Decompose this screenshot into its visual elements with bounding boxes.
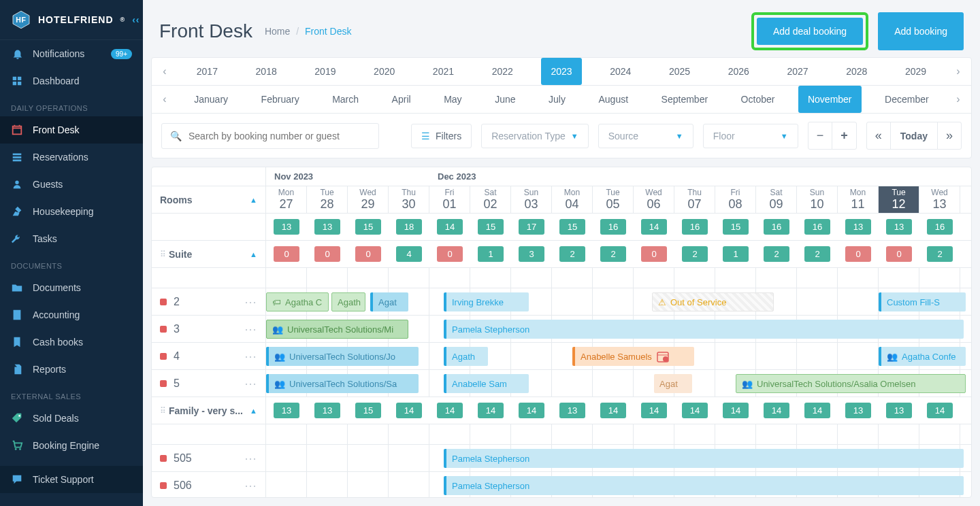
room-lane-4[interactable]: 👥UniversalTech Solutions/JoAgathAnabelle…: [266, 343, 971, 370]
room-lane-505[interactable]: Pamela Stepherson: [266, 445, 971, 472]
day-header-29[interactable]: Wed29: [348, 186, 389, 213]
booking-bar[interactable]: Agat: [654, 374, 692, 393]
year-2028[interactable]: 2028: [836, 58, 877, 85]
sidebar-item-notifications[interactable]: Notifications99+: [0, 40, 143, 67]
day-header-01[interactable]: Fri01: [429, 186, 470, 213]
room-506[interactable]: 506⋯: [152, 472, 266, 497]
year-prev-icon[interactable]: ‹: [152, 65, 178, 78]
booking-bar[interactable]: Anabelle Sam: [444, 374, 529, 393]
year-2029[interactable]: 2029: [896, 58, 936, 85]
booking-bar[interactable]: 👥UniversalTech Solutions/Asalia Omelsen: [736, 374, 966, 393]
day-header-02[interactable]: Sat02: [470, 186, 511, 213]
booking-bar[interactable]: 👥UniversalTech Solutions/Mi: [266, 320, 408, 339]
year-2021[interactable]: 2021: [423, 58, 463, 85]
month-next-icon[interactable]: ›: [945, 93, 971, 105]
day-header-28[interactable]: Tue28: [307, 186, 348, 213]
expand-icon[interactable]: ▲: [250, 250, 257, 258]
day-header-13[interactable]: Wed13: [919, 186, 960, 213]
floor-dropdown[interactable]: Floor ▼: [703, 124, 798, 148]
sidebar-collapse-icon[interactable]: ‹‹: [132, 14, 140, 25]
month-august[interactable]: August: [589, 86, 638, 113]
rooms-header[interactable]: Rooms▲: [152, 186, 266, 213]
month-april[interactable]: April: [382, 86, 421, 113]
year-2027[interactable]: 2027: [777, 58, 817, 85]
today-button[interactable]: Today: [890, 122, 938, 150]
drag-handle-icon[interactable]: ⠿: [160, 406, 165, 416]
day-header-07[interactable]: Thu07: [674, 186, 715, 213]
booking-bar[interactable]: ⚠Out of Service: [652, 292, 774, 311]
search-input[interactable]: [187, 130, 370, 142]
room-more-icon[interactable]: ⋯: [244, 451, 257, 466]
room-lane-2[interactable]: 🏷Agatha CAgathAgatIrving Brekke⚠Out of S…: [266, 288, 971, 316]
booking-bar[interactable]: Custom Fill-S: [879, 292, 966, 311]
room-more-icon[interactable]: ⋯: [244, 349, 257, 364]
zoom-out-button[interactable]: −: [808, 122, 833, 150]
reservation-type-dropdown[interactable]: Reservation Type ▼: [481, 124, 589, 148]
day-header-30[interactable]: Thu30: [389, 186, 429, 213]
sidebar-item-guests[interactable]: Guests: [0, 171, 143, 198]
filters-button[interactable]: ☰ Filters: [411, 124, 472, 148]
expand-icon[interactable]: ▲: [250, 407, 257, 415]
sidebar-item-documents[interactable]: Documents: [0, 274, 143, 301]
jump-forward-button[interactable]: »: [937, 122, 962, 150]
booking-bar[interactable]: Anabelle Samuels: [572, 347, 694, 366]
month-october[interactable]: October: [732, 86, 785, 113]
booking-bar[interactable]: 👥Agatha Confe: [879, 347, 966, 366]
zoom-in-button[interactable]: +: [832, 122, 857, 150]
year-2017[interactable]: 2017: [187, 58, 227, 85]
month-november[interactable]: November: [798, 86, 862, 113]
month-march[interactable]: March: [323, 86, 368, 113]
day-header-12[interactable]: Tue12: [879, 186, 919, 213]
booking-bar[interactable]: 🏷Agatha C: [266, 292, 329, 311]
year-2022[interactable]: 2022: [483, 58, 523, 85]
sidebar-item-reports[interactable]: Reports: [0, 356, 143, 383]
sidebar-item-cash books[interactable]: Cash books: [0, 328, 143, 356]
booking-bar[interactable]: Pamela Stepherson: [444, 476, 964, 495]
booking-bar[interactable]: Pamela Stepherson: [444, 320, 964, 339]
jump-back-button[interactable]: «: [866, 122, 891, 150]
booking-bar[interactable]: Pamela Stepherson: [444, 449, 964, 468]
breadcrumb-home[interactable]: Home: [265, 26, 290, 37]
source-dropdown[interactable]: Source ▼: [598, 124, 693, 148]
sidebar-item-accounting[interactable]: Accounting: [0, 301, 143, 328]
day-header-06[interactable]: Wed06: [634, 186, 674, 213]
month-december[interactable]: December: [875, 86, 938, 113]
room-lane-506[interactable]: Pamela Stepherson: [266, 472, 971, 497]
year-2019[interactable]: 2019: [305, 58, 345, 85]
sidebar-item-sold deals[interactable]: Sold Deals: [0, 405, 143, 432]
sidebar-item-front desk[interactable]: Front Desk: [0, 116, 143, 144]
room-2[interactable]: 2⋯: [152, 288, 266, 315]
month-january[interactable]: January: [184, 86, 238, 113]
booking-bar[interactable]: 👥UniversalTech Solutions/Jo: [266, 347, 419, 366]
day-header-09[interactable]: Sat09: [756, 186, 797, 213]
add-deal-booking-button[interactable]: Add deal booking: [757, 18, 863, 45]
room-5[interactable]: 5⋯: [152, 370, 266, 397]
year-2024[interactable]: 2024: [600, 58, 640, 85]
sidebar-item-reservations[interactable]: Reservations: [0, 144, 143, 171]
room-3[interactable]: 3⋯: [152, 316, 266, 342]
month-september[interactable]: September: [652, 86, 717, 113]
room-505[interactable]: 505⋯: [152, 445, 266, 471]
year-2025[interactable]: 2025: [659, 58, 700, 85]
sidebar-item-booking engine[interactable]: Booking Engine: [0, 432, 143, 459]
day-header-04[interactable]: Mon04: [552, 186, 593, 213]
sidebar-item-housekeeping[interactable]: Housekeeping: [0, 198, 143, 225]
month-prev-icon[interactable]: ‹: [152, 93, 178, 105]
year-2026[interactable]: 2026: [719, 58, 759, 85]
room-more-icon[interactable]: ⋯: [244, 478, 257, 493]
day-header-03[interactable]: Sun03: [511, 186, 552, 213]
booking-bar[interactable]: Agath: [444, 347, 488, 366]
room-lane-5[interactable]: 👥UniversalTech Solutions/SaAnabelle SamA…: [266, 370, 971, 397]
drag-handle-icon[interactable]: ⠿: [160, 250, 165, 259]
add-booking-button[interactable]: Add booking: [878, 12, 964, 50]
logo[interactable]: HF HOTELFRIEND® ‹‹: [0, 0, 143, 40]
year-2020[interactable]: 2020: [364, 58, 404, 85]
sidebar-item-tasks[interactable]: Tasks: [0, 225, 143, 252]
booking-bar[interactable]: Irving Brekke: [444, 292, 529, 311]
booking-bar[interactable]: Agat: [370, 292, 408, 311]
room-more-icon[interactable]: ⋯: [244, 294, 257, 309]
sidebar-item-dashboard[interactable]: Dashboard: [0, 67, 143, 95]
day-header-10[interactable]: Sun10: [797, 186, 838, 213]
room-type-suite[interactable]: ⠿Suite▲: [152, 241, 266, 267]
room-4[interactable]: 4⋯: [152, 343, 266, 369]
